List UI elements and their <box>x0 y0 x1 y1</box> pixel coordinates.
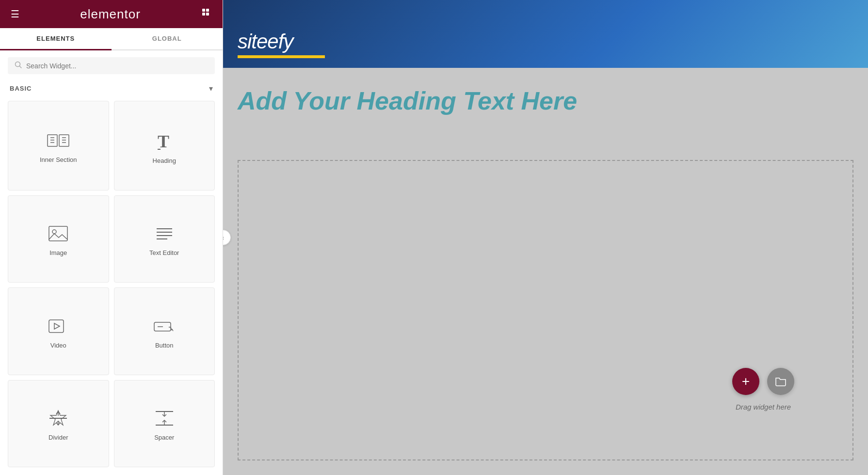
widget-text-editor[interactable]: Text Editor <box>114 195 215 283</box>
plus-icon: + <box>742 374 750 389</box>
svg-rect-10 <box>59 135 69 146</box>
category-header[interactable]: BASIC ▾ <box>0 81 223 99</box>
widget-image[interactable]: Image <box>8 195 109 283</box>
category-label: BASIC <box>10 85 32 92</box>
spacer-icon <box>154 409 175 428</box>
inner-section-icon <box>47 131 70 150</box>
svg-rect-1 <box>206 9 209 12</box>
svg-rect-16 <box>49 226 67 241</box>
svg-rect-22 <box>49 320 64 332</box>
tab-global[interactable]: GLOBAL <box>112 28 223 50</box>
logo-underline <box>238 55 325 58</box>
collapse-arrow-icon: ‹ <box>223 234 224 241</box>
svg-text:T: T <box>158 132 169 151</box>
elementor-logo: elementor <box>80 7 141 22</box>
search-input[interactable] <box>26 62 208 70</box>
tab-bar: ELEMENTS GLOBAL <box>0 28 223 50</box>
video-icon <box>48 317 69 336</box>
widget-divider-label: Divider <box>48 434 68 441</box>
svg-rect-3 <box>206 13 209 16</box>
sidebar: ☰ elementor ELEMENTS GLOBAL <box>0 0 223 475</box>
svg-marker-23 <box>54 323 60 329</box>
drop-zone[interactable]: + Drag widget here <box>238 160 853 460</box>
heading-section: Add Your Heading Text Here <box>223 68 868 129</box>
folder-button[interactable] <box>767 368 794 395</box>
widget-spacer[interactable]: Spacer <box>114 380 215 468</box>
divider-icon <box>48 409 69 428</box>
site-logo-text: siteefy <box>238 30 325 53</box>
svg-line-5 <box>20 66 22 68</box>
sidebar-header: ☰ elementor <box>0 0 223 28</box>
search-bar <box>0 50 223 81</box>
canvas-body: Add Your Heading Text Here + Drag widget… <box>223 68 868 475</box>
drop-zone-content: + Drag widget here <box>732 368 794 411</box>
widget-video-label: Video <box>50 342 66 349</box>
add-widget-button[interactable]: + <box>732 368 759 395</box>
widget-spacer-label: Spacer <box>154 434 174 441</box>
svg-rect-0 <box>202 9 205 12</box>
widget-image-label: Image <box>49 249 67 256</box>
svg-rect-2 <box>202 13 205 16</box>
tab-elements[interactable]: ELEMENTS <box>0 28 112 50</box>
category-chevron-icon: ▾ <box>209 84 213 93</box>
widget-divider[interactable]: Divider <box>8 380 109 468</box>
text-editor-icon <box>154 224 175 243</box>
canvas-header: siteefy <box>223 0 868 68</box>
widget-inner-section-label: Inner Section <box>40 156 77 163</box>
heading-icon: T <box>154 130 175 151</box>
widget-button[interactable]: Button <box>114 287 215 375</box>
grid-icon[interactable] <box>201 8 212 21</box>
widget-button-label: Button <box>155 342 174 349</box>
widget-grid: Inner Section T Heading Image <box>0 99 223 475</box>
site-logo-wrapper: siteefy <box>238 30 325 58</box>
widget-heading-label: Heading <box>153 157 176 164</box>
widget-text-editor-label: Text Editor <box>149 249 179 256</box>
button-icon <box>152 317 177 336</box>
drop-buttons: + <box>732 368 794 395</box>
canvas-heading: Add Your Heading Text Here <box>238 87 853 115</box>
hamburger-icon[interactable]: ☰ <box>11 8 19 20</box>
widget-heading[interactable]: T Heading <box>114 101 215 190</box>
svg-point-17 <box>52 230 56 234</box>
image-icon <box>48 224 69 243</box>
search-icon <box>15 61 22 70</box>
drag-label: Drag widget here <box>736 403 791 411</box>
widget-inner-section[interactable]: Inner Section <box>8 101 109 190</box>
canvas-area: ‹ siteefy Add Your Heading Text Here + <box>223 0 868 475</box>
search-wrapper <box>8 57 215 74</box>
svg-rect-6 <box>48 135 57 146</box>
widget-video[interactable]: Video <box>8 287 109 375</box>
